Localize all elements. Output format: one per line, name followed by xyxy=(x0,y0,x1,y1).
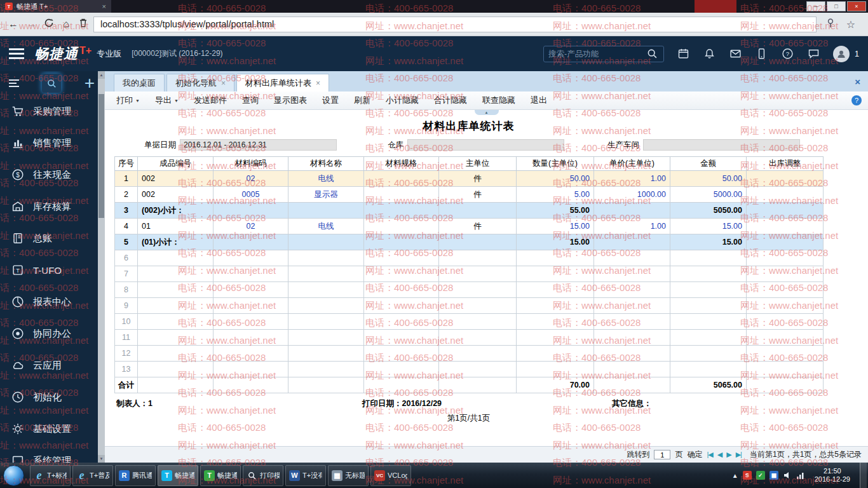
tab-close-icon[interactable]: × xyxy=(221,79,226,88)
window-maximize-button[interactable]: □ xyxy=(827,1,846,11)
scrollbar-down-icon[interactable]: ▼ xyxy=(98,455,105,463)
table-row[interactable]: 12 xyxy=(115,346,824,362)
taskbar-item-word-doc[interactable]: WT+没有... xyxy=(285,465,326,486)
start-button[interactable] xyxy=(3,465,24,486)
taskbar-item-rtx[interactable]: R腾讯通R... xyxy=(115,465,156,486)
toolbar-print-button[interactable]: 打印▼ xyxy=(109,95,147,106)
home-icon[interactable]: ⌂ xyxy=(59,18,73,30)
sidebar-item-sales[interactable]: 销售管理 xyxy=(0,127,105,159)
column-header-7[interactable]: 单价(主单位) xyxy=(594,157,670,171)
avatar[interactable] xyxy=(833,46,850,62)
show-desktop-button[interactable] xyxy=(860,463,867,488)
tab-material-outbound-report[interactable]: 材料出库单统计表× xyxy=(236,74,329,92)
pin-icon[interactable] xyxy=(825,17,836,31)
column-header-0[interactable]: 序号 xyxy=(115,157,138,171)
taskbar-item-vclog[interactable]: VCVCLogC... xyxy=(370,465,411,486)
help-icon[interactable]: ? xyxy=(781,47,794,60)
volume-tray-icon[interactable] xyxy=(783,471,792,480)
taskbar-item-chanjet-tplus[interactable]: T畅捷通 T... xyxy=(158,465,198,486)
sidebar-item-initialization[interactable]: 初始化 xyxy=(0,381,105,413)
tab-init-navigation[interactable]: 初始化导航× xyxy=(166,74,234,92)
table-row[interactable]: 6 xyxy=(115,250,824,266)
scrollbar-up-icon[interactable]: ▲ xyxy=(98,71,105,79)
toolbar-show-chart-button[interactable]: 显示图表 xyxy=(266,95,315,106)
prev-page-icon[interactable]: ◀ xyxy=(717,451,722,459)
toolbar-help-icon[interactable]: ? xyxy=(851,95,862,105)
first-page-icon[interactable]: |◀ xyxy=(707,451,712,459)
tab-close-icon[interactable]: × xyxy=(316,79,320,88)
workshop-input[interactable] xyxy=(643,139,800,151)
product-search-box[interactable] xyxy=(543,46,664,62)
forward-icon[interactable]: → xyxy=(25,18,39,30)
toolbar-settings-button[interactable]: 设置 xyxy=(315,95,346,106)
table-row[interactable]: 8 xyxy=(115,282,824,298)
taskbar-item-print-template[interactable]: 打印模板... xyxy=(243,465,283,486)
date-range-input[interactable] xyxy=(180,139,337,151)
network-tray-icon[interactable] xyxy=(796,471,805,480)
table-row[interactable]: 13 xyxy=(115,362,824,377)
bell-icon[interactable] xyxy=(703,47,716,60)
chat-icon[interactable] xyxy=(807,47,820,60)
warehouse-input[interactable] xyxy=(407,139,564,151)
confirm-button[interactable]: 确定 xyxy=(687,449,702,460)
close-all-tabs-icon[interactable]: × xyxy=(855,76,860,87)
refresh-icon[interactable] xyxy=(43,17,55,31)
sogou-tray-icon[interactable]: S xyxy=(743,471,752,480)
toolbar-subtotal-hide-button[interactable]: 小计隐藏 xyxy=(378,95,426,106)
url-field[interactable]: localhost:3333/tplus/view/portal/portal.… xyxy=(93,17,817,32)
toolbar-total-hide-button[interactable]: 合计隐藏 xyxy=(426,95,475,106)
column-header-3[interactable]: 材料名称 xyxy=(288,157,364,171)
column-header-8[interactable]: 金额 xyxy=(670,157,747,171)
table-row[interactable]: 40102电线件15.001.0015.00 xyxy=(115,219,824,234)
sidebar-item-collaboration[interactable]: 协同办公 xyxy=(0,318,105,349)
column-header-1[interactable]: 成品编号 xyxy=(138,157,214,171)
toolbar-send-mail-button[interactable]: 发送邮件 xyxy=(186,95,234,106)
table-row[interactable]: 11 xyxy=(115,330,824,346)
sidebar-scrollbar[interactable]: ▲ ▼ xyxy=(98,71,105,463)
sidebar-item-system[interactable]: 系统管理 xyxy=(0,445,105,463)
page-number-input[interactable] xyxy=(654,450,670,459)
search-icon[interactable] xyxy=(646,47,659,60)
sidebar-item-cloud-apps[interactable]: 云应用 xyxy=(0,349,105,381)
table-row[interactable]: 3(002)小计：55.005050.00 xyxy=(115,203,824,219)
table-row[interactable]: 10 xyxy=(115,314,824,330)
calendar-icon[interactable] xyxy=(677,47,690,60)
tab-my-desktop[interactable]: 我的桌面 xyxy=(114,74,165,92)
scrollbar-thumb[interactable] xyxy=(98,94,104,218)
mobile-icon[interactable] xyxy=(755,47,768,60)
taskbar-item-tplus-popular[interactable]: eT+普及... xyxy=(72,465,113,486)
collapse-menu-icon[interactable] xyxy=(9,79,19,87)
sidebar-item-ledger[interactable]: 总账 xyxy=(0,222,105,254)
sidebar-item-basic-settings[interactable]: 基础设置 xyxy=(0,413,105,445)
table-row[interactable]: 5(01)小计：15.0015.00 xyxy=(115,234,824,250)
mail-icon[interactable] xyxy=(729,47,742,60)
last-page-icon[interactable]: ▶| xyxy=(736,451,742,459)
toolbar-query-button[interactable]: 查询 xyxy=(234,95,266,106)
trash-icon[interactable] xyxy=(78,17,89,31)
toolbar-collapse-notch[interactable]: ▲ xyxy=(475,110,499,115)
window-close-button[interactable]: × xyxy=(847,1,866,11)
sidebar-item-report-center[interactable]: 报表中心 xyxy=(0,286,105,318)
browser-tab-close-icon[interactable]: × xyxy=(102,3,106,10)
security-tray-icon[interactable]: ✓ xyxy=(756,471,765,480)
column-header-2[interactable]: 材料编码 xyxy=(214,157,288,171)
back-icon[interactable]: ← xyxy=(6,18,20,30)
taskbar-clock[interactable]: 21:502016-12-29 xyxy=(810,467,855,484)
toolbar-exit-button[interactable]: 退出 xyxy=(523,95,555,106)
column-header-6[interactable]: 数量(主单位) xyxy=(517,157,594,171)
window-minimize-button[interactable]: ─ xyxy=(806,1,825,11)
taskbar-item-tplus-standard[interactable]: eT+标准... xyxy=(30,465,71,486)
table-row[interactable]: 9 xyxy=(115,298,824,314)
sidebar-item-cash[interactable]: $往来现金 xyxy=(0,159,105,191)
hamburger-menu-icon[interactable] xyxy=(9,48,24,59)
column-header-4[interactable]: 材料规格 xyxy=(364,157,439,171)
browser-tab[interactable]: T 畅捷通 T+ × xyxy=(0,0,111,13)
toolbar-export-button[interactable]: 导出▼ xyxy=(147,95,186,106)
table-row[interactable]: 100202电线件50.001.0050.00 xyxy=(115,171,824,187)
tray-expand-icon[interactable]: ▲ xyxy=(732,472,738,479)
monitor-tray-icon[interactable]: ▦ xyxy=(770,471,778,480)
toolbar-linkquery-hide-button[interactable]: 联查隐藏 xyxy=(475,95,523,106)
sidebar-item-inventory[interactable]: 库存核算 xyxy=(0,191,105,222)
product-search-input[interactable] xyxy=(548,50,646,58)
column-header-9[interactable]: 出库调整 xyxy=(747,157,824,171)
